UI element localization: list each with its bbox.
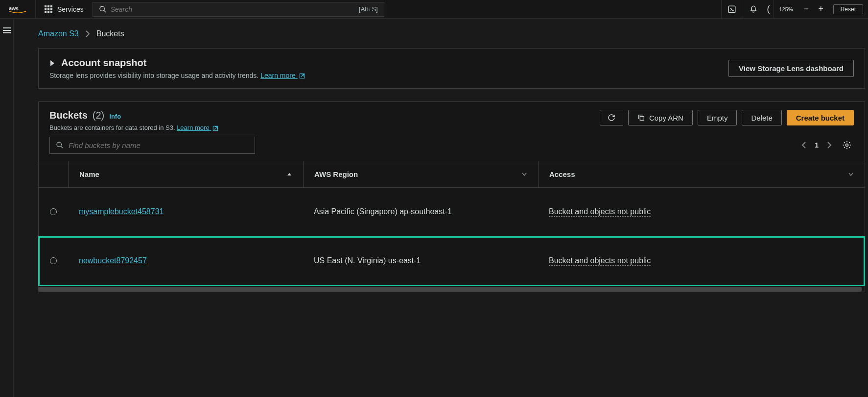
- svg-line-2: [104, 10, 106, 12]
- create-bucket-button[interactable]: Create bucket: [787, 110, 854, 125]
- page-number: 1: [815, 141, 819, 149]
- search-icon: [56, 141, 64, 149]
- svg-point-8: [57, 142, 61, 147]
- sort-icon: [521, 172, 527, 176]
- svg-point-1: [100, 6, 104, 11]
- svg-line-9: [61, 146, 63, 148]
- chevron-right-icon: [86, 30, 90, 37]
- breadcrumb: Amazon S3 Buckets: [38, 19, 868, 48]
- search-icon: [99, 5, 107, 13]
- table-header: Name AWS Region Access: [39, 161, 865, 188]
- external-link-icon: [212, 125, 219, 132]
- zoom-reset-button[interactable]: Reset: [833, 4, 863, 14]
- caret-right-icon[interactable]: [49, 60, 55, 67]
- services-menu-button[interactable]: Services: [36, 0, 93, 18]
- sort-icon: [848, 172, 854, 176]
- find-buckets-input[interactable]: [69, 141, 249, 149]
- bucket-name-link[interactable]: newbucket8792457: [79, 256, 147, 265]
- sidebar-toggle[interactable]: [0, 19, 14, 397]
- aws-logo[interactable]: aws: [0, 0, 36, 18]
- breadcrumb-root-link[interactable]: Amazon S3: [38, 29, 79, 38]
- next-page-button[interactable]: [824, 139, 834, 151]
- buckets-panel: Buckets (2) Info Buckets are containers …: [38, 101, 865, 292]
- services-label: Services: [57, 5, 84, 13]
- zoom-indicator: 125%: [773, 0, 799, 18]
- bucket-access[interactable]: Bucket and objects not public: [549, 207, 651, 217]
- table-row: mysamplebucket458731 Asia Pacific (Singa…: [39, 188, 865, 237]
- buckets-learn-more-link[interactable]: Learn more: [177, 124, 219, 131]
- search-shortcut: [Alt+S]: [359, 5, 378, 13]
- snapshot-description: Storage lens provides visibility into st…: [49, 72, 305, 79]
- gear-icon: [842, 140, 852, 150]
- zoom-controls: − +: [799, 0, 828, 18]
- buckets-table: Name AWS Region Access mysamplebucket458…: [39, 161, 865, 286]
- buckets-subtitle: Buckets are containers for data stored i…: [49, 124, 219, 132]
- zoom-out-button[interactable]: −: [799, 4, 814, 14]
- snapshot-learn-more-link[interactable]: Learn more: [260, 72, 305, 79]
- bucket-name-link[interactable]: mysamplebucket458731: [79, 207, 164, 216]
- bucket-region: US East (N. Virginia) us-east-1: [314, 256, 421, 265]
- buckets-title: Buckets: [49, 110, 88, 121]
- svg-point-10: [846, 144, 848, 147]
- horizontal-scrollbar[interactable]: [39, 287, 862, 292]
- svg-rect-7: [640, 117, 644, 121]
- cloudshell-icon: [727, 5, 736, 14]
- breadcrumb-current: Buckets: [96, 29, 124, 38]
- copy-icon: [637, 114, 645, 122]
- external-link-icon: [299, 73, 305, 79]
- empty-button[interactable]: Empty: [698, 110, 737, 125]
- snapshot-title: Account snapshot: [61, 57, 146, 69]
- pagination: 1: [799, 138, 854, 152]
- refresh-icon: [607, 113, 616, 122]
- notifications-button[interactable]: [743, 0, 764, 18]
- hamburger-icon: [0, 27, 13, 33]
- grid-icon: [45, 5, 52, 13]
- view-storage-lens-dashboard-button[interactable]: View Storage Lens dashboard: [728, 60, 854, 77]
- row-select-radio[interactable]: [50, 257, 57, 264]
- account-menu-hint[interactable]: (: [764, 4, 773, 14]
- copy-arn-button[interactable]: Copy ARN: [628, 110, 693, 125]
- bell-icon: [749, 5, 758, 14]
- top-nav-bar: aws Services [Alt+S] ( 125% − + Reset: [0, 0, 868, 19]
- search-input[interactable]: [111, 5, 359, 13]
- column-header-name[interactable]: Name: [68, 161, 303, 187]
- cloudshell-button[interactable]: [721, 0, 743, 18]
- prev-page-button[interactable]: [799, 139, 809, 151]
- svg-text:aws: aws: [9, 5, 19, 11]
- bucket-region: Asia Pacific (Singapore) ap-southeast-1: [314, 207, 452, 216]
- zoom-in-button[interactable]: +: [814, 4, 828, 14]
- find-buckets-input-wrap[interactable]: [49, 137, 255, 154]
- buckets-info-link[interactable]: Info: [109, 113, 121, 120]
- delete-button[interactable]: Delete: [742, 110, 781, 125]
- global-search[interactable]: [Alt+S]: [93, 2, 384, 17]
- account-snapshot-panel: Account snapshot Storage lens provides v…: [38, 48, 865, 89]
- row-select-radio[interactable]: [50, 208, 57, 215]
- table-row: newbucket8792457 US East (N. Virginia) u…: [39, 237, 865, 286]
- sort-asc-icon: [286, 172, 292, 176]
- column-header-access[interactable]: Access: [538, 161, 865, 187]
- table-settings-button[interactable]: [840, 138, 854, 152]
- column-header-region[interactable]: AWS Region: [303, 161, 538, 187]
- refresh-button[interactable]: [600, 110, 623, 125]
- bucket-access[interactable]: Bucket and objects not public: [549, 256, 651, 266]
- buckets-count: (2): [93, 110, 104, 121]
